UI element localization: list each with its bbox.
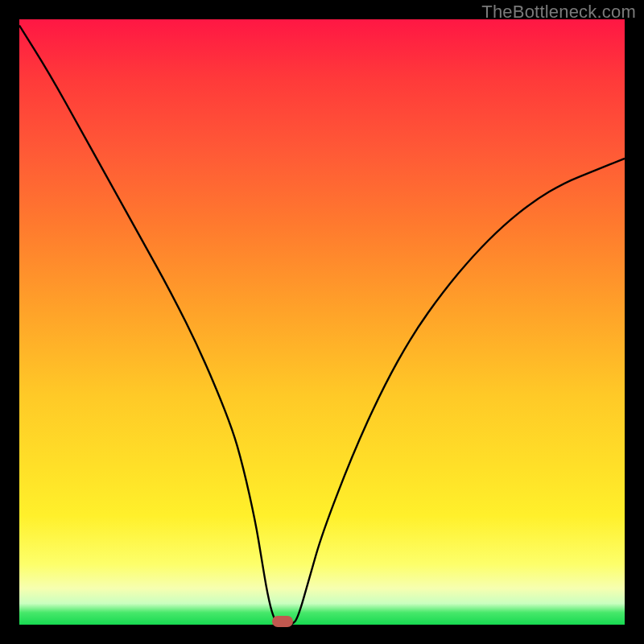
bottleneck-curve [19, 19, 625, 625]
chart-frame: TheBottleneck.com [0, 0, 644, 644]
plot-area [19, 19, 625, 625]
optimum-marker [272, 616, 293, 627]
